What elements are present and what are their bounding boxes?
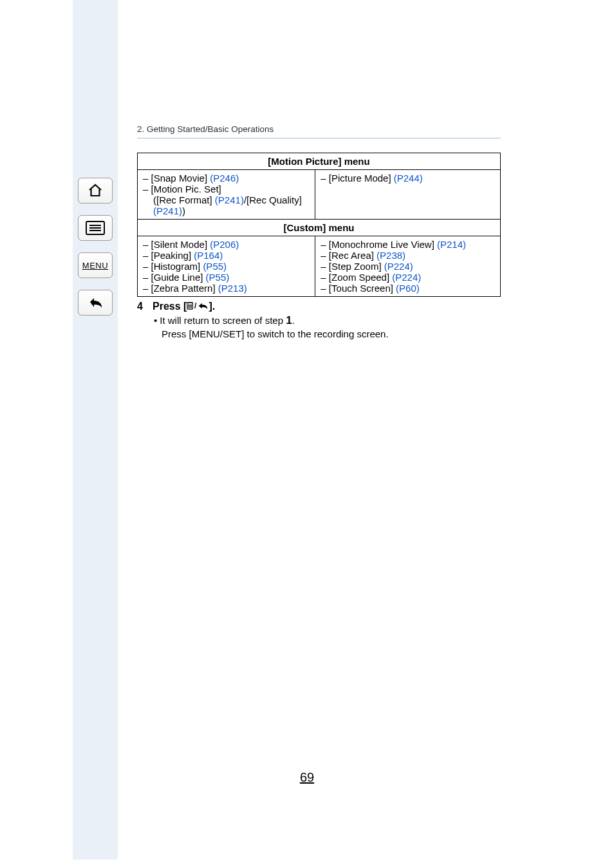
toc-icon[interactable]: [78, 215, 113, 241]
page-link[interactable]: (P55): [203, 261, 227, 272]
table-row: – [Snap Movie] (P246) – [Motion Pic. Set…: [138, 170, 501, 220]
item-text: ): [182, 205, 185, 216]
svg-text:/: /: [194, 301, 197, 310]
page-number: 69: [0, 770, 614, 785]
list-item: – [Guide Line] (P55): [143, 272, 310, 283]
list-item: – [Zoom Speed] (P224): [321, 272, 495, 283]
item-text: – [Snap Movie]: [143, 173, 210, 184]
bullet-tail: .: [292, 315, 295, 326]
page-link[interactable]: (P55): [206, 272, 230, 283]
item-text: – [Picture Mode]: [321, 173, 393, 184]
list-item: – [Step Zoom] (P224): [321, 261, 495, 272]
item-text: – [Monochrome Live View]: [321, 239, 437, 250]
item-text: – [Silent Mode]: [143, 239, 210, 250]
motion-picture-header: [Motion Picture] menu: [138, 153, 501, 170]
page-link[interactable]: (P246): [210, 173, 239, 184]
item-text: – [Guide Line]: [143, 272, 206, 283]
section-divider: [137, 138, 501, 138]
home-icon[interactable]: [78, 178, 113, 203]
step-note: Press [MENU/SET] to switch to the record…: [162, 328, 501, 339]
item-text: ([Rec Format]: [153, 194, 215, 205]
bullet-dot-icon: •: [154, 315, 157, 326]
page-link[interactable]: (P238): [377, 250, 405, 261]
list-item: ([Rec Format] (P241)/[Rec Quality]: [143, 194, 310, 205]
item-text: – [Touch Screen]: [321, 283, 396, 294]
list-item: – [Motion Pic. Set]: [143, 184, 310, 194]
list-item: – [Silent Mode] (P206): [143, 239, 310, 250]
item-text: – [Histogram]: [143, 261, 203, 272]
bullet-text: It will return to screen of step: [160, 315, 286, 326]
item-text: – [Motion Pic. Set]: [143, 184, 221, 194]
list-item: (P241)): [143, 205, 310, 216]
left-banner: [73, 0, 118, 860]
page-link[interactable]: (P244): [394, 173, 423, 184]
step-bullet: •It will return to screen of step 1.: [153, 314, 501, 327]
list-item: – [Picture Mode] (P244): [321, 173, 495, 184]
list-item: – [Rec Area] (P238): [321, 250, 495, 261]
breadcrumb: 2. Getting Started/Basic Operations: [137, 124, 501, 134]
sidebar-icons: MENU: [73, 178, 118, 316]
custom-menu-header: [Custom] menu: [138, 220, 501, 236]
step-row: 4 Press [/]. •It will return to screen o…: [137, 301, 501, 339]
content-area: 2. Getting Started/Basic Operations [Mot…: [137, 124, 501, 339]
page-link[interactable]: (P241): [153, 205, 182, 216]
page-link[interactable]: (P206): [210, 239, 239, 250]
list-item: – [Monochrome Live View] (P214): [321, 239, 495, 250]
step-number: 4: [137, 301, 153, 312]
table-row: – [Silent Mode] (P206) – [Peaking] (P164…: [138, 236, 501, 297]
menu-label: MENU: [82, 261, 108, 270]
step-title-before: Press [: [153, 301, 187, 312]
item-text: – [Zebra Pattern]: [143, 283, 218, 294]
list-item: – [Zebra Pattern] (P213): [143, 283, 310, 294]
menu-icon[interactable]: MENU: [78, 252, 113, 278]
page-link[interactable]: (P213): [218, 283, 247, 294]
page-link[interactable]: (P241): [215, 194, 244, 205]
list-item: – [Histogram] (P55): [143, 261, 310, 272]
step-title-after: ].: [209, 301, 215, 312]
list-item: – [Peaking] (P164): [143, 250, 310, 261]
delete-back-icon: /: [187, 301, 209, 313]
item-text: – [Step Zoom]: [321, 261, 384, 272]
back-icon[interactable]: [78, 290, 113, 316]
menu-table: [Motion Picture] menu – [Snap Movie] (P2…: [137, 153, 501, 297]
item-text: – [Peaking]: [143, 250, 194, 261]
page-link[interactable]: (P224): [392, 272, 421, 283]
item-text: /[Rec Quality]: [244, 194, 302, 205]
page-link[interactable]: (P214): [437, 239, 466, 250]
page-link[interactable]: (P60): [396, 283, 420, 294]
page-link[interactable]: (P164): [194, 250, 223, 261]
item-text: – [Zoom Speed]: [321, 272, 392, 283]
list-item: – [Touch Screen] (P60): [321, 283, 495, 294]
list-item: – [Snap Movie] (P246): [143, 173, 310, 184]
step-title: Press [/].: [153, 301, 501, 313]
item-text: – [Rec Area]: [321, 250, 377, 261]
step-ref: 1: [286, 314, 292, 326]
page-link[interactable]: (P224): [384, 261, 413, 272]
